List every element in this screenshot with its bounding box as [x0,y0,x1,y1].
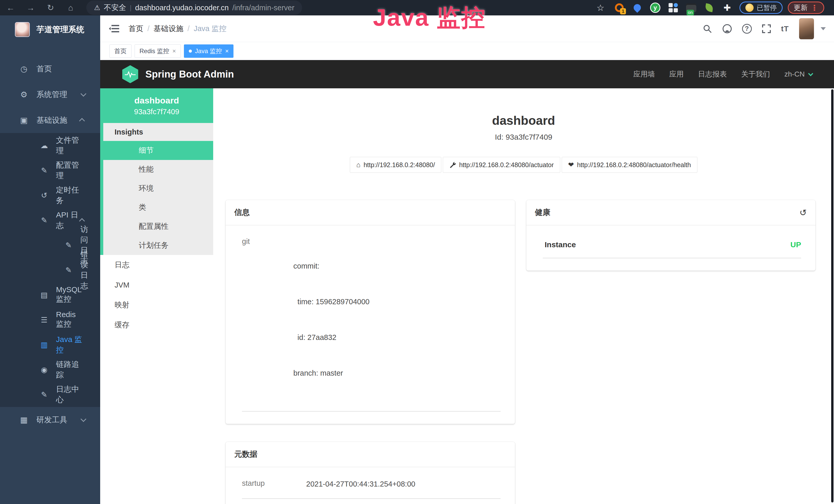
sba-logo-icon[interactable] [122,65,138,83]
sidebar-item-home[interactable]: ◷ 首页 [0,56,100,82]
sidebar-item-tracing[interactable]: ◉ 链路追踪 [0,357,100,382]
update-label: 更新 [794,3,808,12]
fullscreen-icon[interactable] [762,24,771,33]
app-logo[interactable]: 芋道管理系统 [0,16,100,44]
active-dot-icon [189,49,192,53]
chevron-down-icon [81,416,87,422]
log-edit-icon: ✎ [39,216,50,225]
actuator-url-button[interactable]: http://192.168.0.2:48080/actuator [443,157,560,173]
address-bar[interactable]: ⚠ 不安全 | dashboard.yudao.iocoder.cn /infr… [86,1,302,15]
security-label[interactable]: 不安全 [104,3,126,13]
sidebar-item-error-log[interactable]: ✎ 错误日志 [0,257,100,282]
bookmark-star-icon[interactable]: ☆ [597,3,605,13]
dashboard-icon: ◷ [18,64,30,74]
nav-item-metrics[interactable]: 性能 [103,160,213,179]
page-title: dashboard [213,113,834,128]
app-title: 芋道管理系统 [37,24,84,35]
profile-emoji-icon [745,4,753,12]
browser-forward-icon[interactable]: → [25,3,37,13]
url-path[interactable]: /infra/admin-server [232,4,294,12]
nav-item-mappings[interactable]: 映射 [100,295,213,315]
instance-app-name: dashboard [134,95,179,106]
update-chrome-button[interactable]: 更新 ⋮ [788,2,824,14]
sidebar-item-config-manage[interactable]: ✎ 配置管理 [0,158,100,183]
sidebar-item-redis-monitor[interactable]: ☰ Redis 监控 [0,307,100,332]
extensions-puzzle-icon[interactable]: ✚ [722,2,733,13]
sidebar-item-file-manage[interactable]: ☁ 文件管理 [0,133,100,158]
close-icon[interactable]: × [172,47,176,55]
url-host[interactable]: dashboard.yudao.iocoder.cn [135,4,228,12]
nav-item-config-props[interactable]: 配置属性 [103,217,213,236]
search-icon[interactable] [702,24,712,33]
sidebar-item-log-center[interactable]: ✎ 日志中心 [0,382,100,407]
sba-locale-select[interactable]: zh-CN [785,70,812,78]
close-icon[interactable]: × [225,47,228,55]
breadcrumb-current: Java 监控 [194,24,226,34]
sba-nav-journal[interactable]: 日志报表 [698,69,727,79]
nav-item-scheduled-tasks[interactable]: 计划任务 [103,236,213,255]
database-icon: ▤ [39,291,50,299]
extension-pin-icon[interactable] [632,2,643,13]
history-icon[interactable]: ↺ [799,207,807,218]
tab-home[interactable]: 首页 [109,44,132,58]
instance-header[interactable]: dashboard 93a3fc7f7409 [100,88,213,123]
browser-menu-kebab-icon[interactable]: ⋮ [811,3,818,12]
nav-item-caches[interactable]: 缓存 [100,315,213,335]
extension-y-icon[interactable]: y [650,2,661,13]
tab-redis-monitor[interactable]: Redis 监控 × [135,44,181,58]
extension-onetab-icon[interactable]: 1 [614,2,625,13]
metadata-card-title: 元数据 [234,449,257,460]
nav-item-environment[interactable]: 环境 [103,179,213,198]
address-divider: | [130,4,132,12]
nav-item-details[interactable]: 细节 [103,141,213,160]
user-avatar[interactable] [799,18,814,39]
nav-item-classes[interactable]: 类 [103,198,213,217]
sidebar-item-system[interactable]: ⚙ 系统管理 [0,82,100,107]
sba-brand-title[interactable]: Spring Boot Admin [146,69,234,80]
sidebar-item-infra[interactable]: ▣ 基础设施 [0,107,100,133]
main-sidebar: 芋道管理系统 ◷ 首页 ⚙ 系统管理 ▣ 基础设施 [0,16,100,504]
video-title-annotation: Java 监控 [373,2,486,34]
paused-label: 已暂停 [757,3,777,12]
github-icon[interactable] [722,24,732,34]
sidebar-item-devtools[interactable]: ▦ 研发工具 [0,407,100,433]
log-edit-icon: ✎ [63,266,74,274]
extension-leaf-icon[interactable] [704,2,715,13]
git-branch-line: branch: master [293,367,370,379]
browser-back-icon[interactable]: ← [5,3,17,13]
service-url-button[interactable]: ⌂ http://192.168.0.2:48080/ [350,157,441,173]
instance-sidebar: dashboard 93a3fc7f7409 Insights 细节 性能 环境… [100,88,213,504]
nav-item-jvm[interactable]: JVM [100,275,213,295]
startup-value: 2021-04-27T00:44:31.254+08:00 [306,478,415,490]
sba-nav-applications[interactable]: 应用 [670,69,684,79]
sidebar-item-java-monitor[interactable]: ▥ Java 监控 [0,332,100,357]
extension-grid-icon[interactable] [667,2,679,13]
user-menu-caret-icon[interactable] [821,27,826,30]
extension-tampermonkey-icon[interactable]: on [685,2,697,13]
git-label: git [242,236,293,403]
breadcrumb-home[interactable]: 首页 [128,24,143,34]
font-size-icon[interactable]: tT [781,24,789,33]
browser-home-icon[interactable]: ⌂ [65,3,76,13]
help-icon[interactable]: ? [742,24,752,33]
sba-nav-about[interactable]: 关于我们 [741,69,770,79]
browser-reload-icon[interactable]: ↻ [45,3,57,13]
health-url-button[interactable]: ❤ http://192.168.0.2:48080/actuator/heal… [562,157,697,173]
info-card-title: 信息 [234,207,250,218]
sidebar-item-scheduled-jobs[interactable]: ↺ 定时任务 [0,183,100,208]
security-warning-icon: ⚠ [94,4,100,12]
extension-badge: 1 [620,8,626,15]
instance-id: 93a3fc7f7409 [134,108,179,116]
page-scrollbar[interactable] [831,89,833,502]
home-icon: ⌂ [356,161,360,169]
breadcrumb-infra[interactable]: 基础设施 [154,24,183,34]
history-icon: ↺ [39,191,50,200]
git-time-line: time: 1596289704000 [293,296,370,307]
sba-nav-wallboard[interactable]: 应用墙 [633,69,655,79]
git-info-row: git commit: time: 1596289704000 id: 27aa… [242,236,501,412]
tab-java-monitor[interactable]: Java 监控 × [184,44,234,58]
hamburger-icon[interactable] [108,23,120,35]
nav-item-logs[interactable]: 日志 [100,255,213,275]
health-card: 健康 ↺ Instance UP [526,200,816,271]
paused-profile-button[interactable]: 已暂停 [740,2,783,14]
